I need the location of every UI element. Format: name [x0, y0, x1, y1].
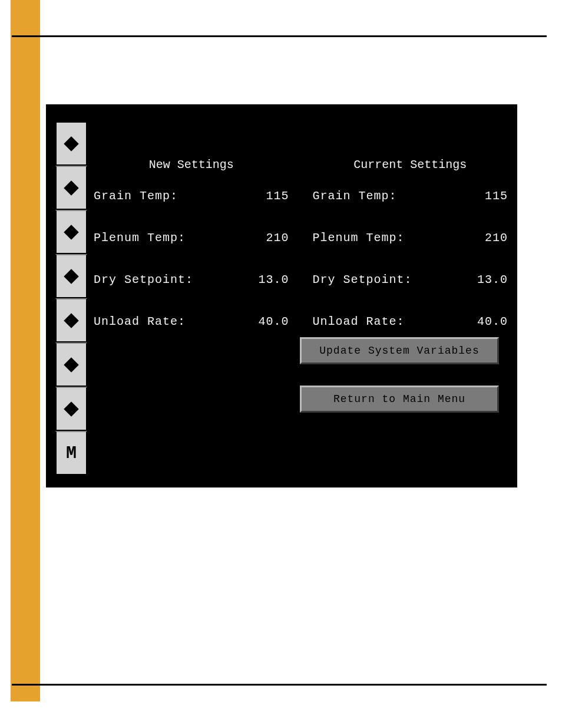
softkey-5[interactable]: [55, 298, 87, 342]
diamond-icon: [64, 180, 78, 195]
diamond-icon: [64, 357, 78, 372]
diamond-icon: [64, 136, 78, 151]
menu-button-label: M: [66, 443, 77, 463]
softkey-6[interactable]: [55, 342, 87, 387]
softkey-2[interactable]: [55, 166, 87, 210]
grain-temp-value: 115: [266, 189, 289, 203]
softkey-4[interactable]: [55, 254, 87, 298]
divider-bottom: [12, 684, 547, 686]
dry-setpoint-value: 13.0: [477, 273, 508, 286]
plenum-temp-label: Plenum Temp:: [94, 231, 186, 245]
diamond-icon: [64, 313, 78, 328]
softkey-1[interactable]: [55, 121, 87, 166]
terminal-panel: M New Settings Grain Temp: 115 Plenum Te…: [46, 104, 517, 487]
diamond-icon: [64, 269, 78, 284]
unload-rate-label: Unload Rate:: [313, 315, 405, 328]
content-area: New Settings Grain Temp: 115 Plenum Temp…: [94, 158, 508, 328]
dry-setpoint-value: 13.0: [258, 273, 289, 286]
softkey-7[interactable]: [55, 387, 87, 431]
return-to-main-menu-button[interactable]: Return to Main Menu: [300, 386, 499, 413]
button-label: Return to Main Menu: [333, 393, 465, 405]
grain-temp-label: Grain Temp:: [94, 189, 178, 203]
accent-stripe: [11, 0, 40, 701]
divider-top: [12, 35, 547, 37]
unload-rate-value: 40.0: [477, 315, 508, 328]
new-settings-column: New Settings Grain Temp: 115 Plenum Temp…: [94, 158, 289, 328]
dry-setpoint-label: Dry Setpoint:: [313, 273, 412, 286]
grain-temp-label: Grain Temp:: [313, 189, 397, 203]
button-label: Update System Variables: [319, 345, 479, 357]
unload-rate-label: Unload Rate:: [94, 315, 186, 328]
update-system-variables-button[interactable]: Update System Variables: [300, 337, 499, 364]
plenum-temp-label: Plenum Temp:: [313, 231, 405, 245]
diamond-icon: [64, 401, 78, 416]
plenum-temp-value: 210: [485, 231, 508, 245]
unload-rate-value: 40.0: [258, 315, 289, 328]
current-settings-column: Current Settings Grain Temp: 115 Plenum …: [313, 158, 508, 328]
grain-temp-value: 115: [485, 189, 508, 203]
side-button-group: M: [55, 121, 87, 475]
softkey-3[interactable]: [55, 210, 87, 254]
menu-button[interactable]: M: [55, 431, 87, 475]
diamond-icon: [64, 225, 78, 239]
current-settings-header: Current Settings: [313, 158, 508, 172]
new-settings-header: New Settings: [94, 158, 289, 172]
plenum-temp-value: 210: [266, 231, 289, 245]
dry-setpoint-label: Dry Setpoint:: [94, 273, 193, 286]
